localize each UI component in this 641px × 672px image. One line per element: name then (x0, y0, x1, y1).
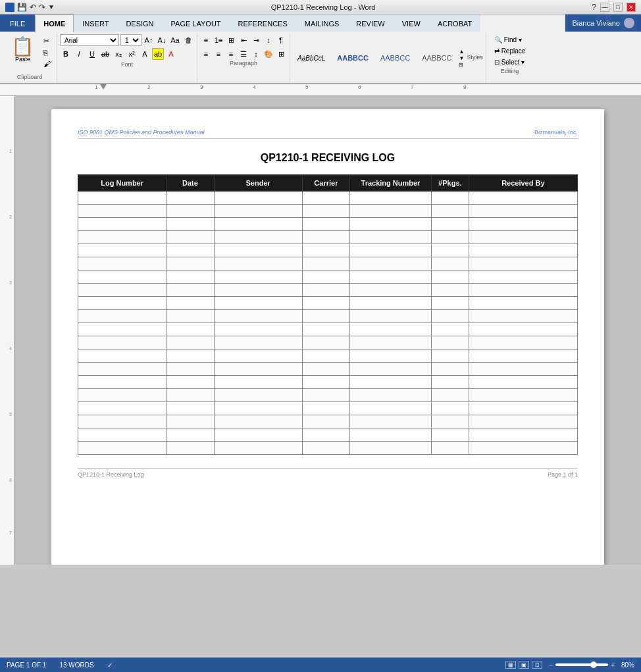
tab-home[interactable]: HOME (35, 14, 74, 32)
replace-button[interactable]: ⇄ Replace (492, 45, 528, 57)
table-cell[interactable] (469, 415, 577, 428)
table-row[interactable] (78, 257, 578, 271)
table-cell[interactable] (78, 271, 167, 284)
table-cell[interactable] (431, 442, 469, 455)
proofing-icon[interactable]: ✓ (107, 661, 113, 669)
table-cell[interactable] (78, 244, 167, 257)
table-cell[interactable] (431, 205, 469, 218)
web-layout-button[interactable]: ⊡ (532, 661, 542, 669)
show-hide-button[interactable]: ¶ (275, 34, 287, 46)
maximize-button[interactable]: □ (613, 3, 623, 12)
table-cell[interactable] (78, 402, 167, 415)
zoom-level[interactable]: 80% (621, 661, 634, 669)
table-cell[interactable] (469, 284, 577, 297)
cut-button[interactable]: ✂ (41, 36, 53, 47)
table-cell[interactable] (431, 376, 469, 389)
styles-more[interactable]: ⊞ (459, 62, 464, 68)
table-cell[interactable] (469, 244, 577, 257)
table-cell[interactable] (302, 284, 349, 297)
read-mode-button[interactable]: ▣ (519, 661, 529, 669)
table-cell[interactable] (350, 428, 432, 442)
table-cell[interactable] (78, 363, 167, 376)
table-cell[interactable] (469, 442, 577, 455)
subscript-button[interactable]: x₂ (113, 48, 124, 60)
style-emphasis[interactable]: AaBbCcL (293, 53, 330, 64)
table-cell[interactable] (431, 402, 469, 415)
table-cell[interactable] (167, 349, 214, 363)
table-cell[interactable] (350, 257, 432, 271)
table-row[interactable] (78, 349, 578, 363)
table-cell[interactable] (350, 192, 432, 205)
table-cell[interactable] (167, 244, 214, 257)
undo-btn[interactable]: ↶ (30, 3, 36, 12)
tab-acrobat[interactable]: ACROBAT (429, 14, 480, 32)
font-color-button[interactable]: A (165, 48, 177, 60)
table-cell[interactable] (302, 231, 349, 244)
table-cell[interactable] (350, 244, 432, 257)
table-cell[interactable] (214, 218, 302, 231)
table-cell[interactable] (167, 284, 214, 297)
table-cell[interactable] (167, 231, 214, 244)
table-row[interactable] (78, 310, 578, 323)
table-cell[interactable] (302, 402, 349, 415)
table-cell[interactable] (214, 389, 302, 402)
decrease-font-button[interactable]: A↓ (156, 34, 168, 46)
table-cell[interactable] (469, 310, 577, 323)
bold-button[interactable]: B (60, 48, 72, 60)
table-cell[interactable] (302, 389, 349, 402)
table-cell[interactable] (431, 389, 469, 402)
close-button[interactable]: ✕ (627, 3, 636, 12)
increase-font-button[interactable]: A↑ (143, 34, 155, 46)
decrease-indent-button[interactable]: ⇤ (238, 34, 249, 46)
document-title[interactable]: QP1210-1 RECEIVING LOG (78, 152, 578, 164)
align-center-button[interactable]: ≡ (213, 48, 224, 60)
line-spacing-button[interactable]: ↕ (250, 48, 262, 60)
table-row[interactable] (78, 389, 578, 402)
table-cell[interactable] (214, 323, 302, 336)
table-cell[interactable] (214, 415, 302, 428)
table-cell[interactable] (302, 415, 349, 428)
table-cell[interactable] (469, 205, 577, 218)
print-layout-button[interactable]: ▦ (505, 661, 516, 669)
table-row[interactable] (78, 218, 578, 231)
table-cell[interactable] (302, 336, 349, 349)
table-cell[interactable] (302, 244, 349, 257)
table-cell[interactable] (350, 284, 432, 297)
tab-references[interactable]: REFERENCES (230, 14, 296, 32)
table-cell[interactable] (350, 205, 432, 218)
table-cell[interactable] (302, 218, 349, 231)
table-cell[interactable] (214, 402, 302, 415)
table-row[interactable] (78, 205, 578, 218)
table-cell[interactable] (469, 231, 577, 244)
table-cell[interactable] (431, 415, 469, 428)
table-cell[interactable] (431, 323, 469, 336)
table-cell[interactable] (167, 376, 214, 389)
table-cell[interactable] (167, 442, 214, 455)
table-cell[interactable] (167, 336, 214, 349)
quick-save[interactable]: 💾 (17, 3, 27, 12)
tab-file[interactable]: FILE (0, 14, 35, 32)
tab-insert[interactable]: INSERT (74, 14, 117, 32)
table-cell[interactable] (469, 402, 577, 415)
styles-scroll-up[interactable]: ▲ (459, 49, 464, 55)
paste-button[interactable]: 📋 Paste (5, 34, 40, 74)
minimize-button[interactable]: — (600, 3, 609, 12)
shading-button[interactable]: 🎨 (263, 48, 274, 60)
table-cell[interactable] (78, 415, 167, 428)
table-cell[interactable] (469, 336, 577, 349)
table-cell[interactable] (167, 297, 214, 310)
font-size-select[interactable]: 12 (120, 34, 141, 46)
table-cell[interactable] (78, 323, 167, 336)
table-cell[interactable] (302, 257, 349, 271)
table-cell[interactable] (214, 349, 302, 363)
change-case-button[interactable]: Aa (169, 34, 181, 46)
table-cell[interactable] (469, 376, 577, 389)
table-cell[interactable] (350, 218, 432, 231)
tab-mailings[interactable]: MAILINGS (296, 14, 348, 32)
tab-design[interactable]: DESIGN (117, 14, 162, 32)
highlight-button[interactable]: ab (152, 48, 164, 60)
select-button[interactable]: ⊡ Select ▾ (492, 57, 528, 68)
table-row[interactable] (78, 442, 578, 455)
multilevel-list-button[interactable]: ⊞ (225, 34, 237, 46)
table-cell[interactable] (469, 271, 577, 284)
